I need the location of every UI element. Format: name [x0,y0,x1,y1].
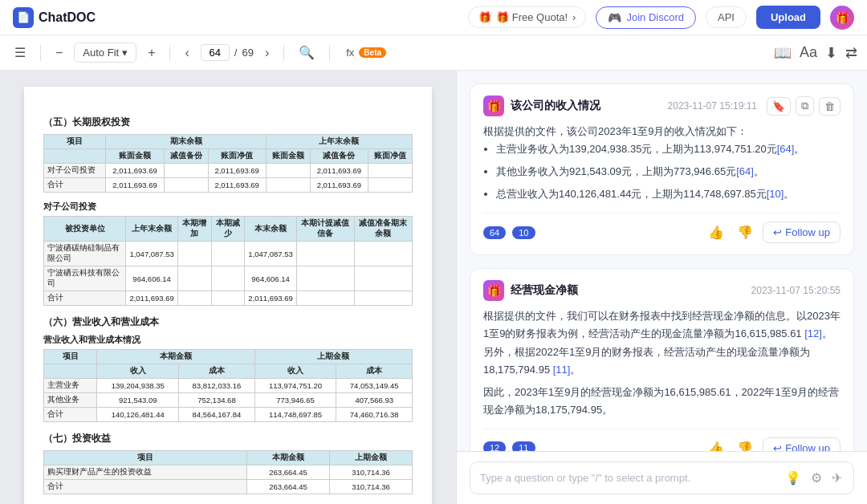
sidebar-toggle-button[interactable]: ☰ [10,42,31,63]
bulb-icon: 💡 [785,470,801,486]
table7: 项目 本期金额 上期金额 购买理财产品产生的投资收益 263,664.45 31… [43,450,413,494]
autofit-button[interactable]: Auto Fit ▾ [74,43,136,63]
search-icon: 🔍 [299,45,315,60]
table-row: 主营业务 139,204,938.35 83,812,033.16 113,97… [44,379,413,393]
download-button[interactable]: ⬇ [825,44,837,62]
chat-input[interactable] [480,472,777,484]
followup-button-1[interactable]: ↩ Follow up [763,222,841,243]
formula-area: fx Beta [346,47,386,59]
page-total: 69 [242,47,253,59]
table-row: 对子公司投资 2,011,693.69 2,011,693.69 2,011,6… [44,164,413,178]
table5a-header-prev: 上年末余额 [266,135,412,149]
list-item: 其他业务收入为921,543.09元，上期为773,946.65元[64]。 [496,163,841,181]
t6-cost: 成本 [179,364,255,379]
t6-income2: 收入 [254,364,336,379]
table5a-subh-blank [44,149,106,164]
page-input[interactable]: 64 [201,44,230,61]
t7-prev: 上期金额 [330,451,413,465]
followup-label-2: Follow up [785,442,830,451]
download-icon: ⬇ [825,44,837,62]
logo-icon: 📄 [13,7,34,28]
fit-minus-button[interactable]: − [51,43,67,63]
input-settings-button[interactable]: ⚙ [809,469,824,487]
share-button[interactable]: ⇄ [845,44,857,62]
list-item: 主营业务收入为139,204,938.35元，上期为113,974,751.20… [496,140,841,158]
sidebar-icon: ☰ [14,45,26,60]
prev-icon: ‹ [185,46,189,60]
ref-badge-12[interactable]: 12 [483,441,506,451]
msg1-bookmark-button[interactable]: 🔖 [767,97,791,116]
col-impair-end: 减值准备期末余额 [354,217,412,242]
msg1-list: 主营业务收入为139,204,938.35元，上期为113,974,751.20… [483,140,841,203]
search-button[interactable]: 🔍 [294,42,320,63]
t6-col-prev: 上期金额 [254,350,412,364]
upload-label: Upload [771,11,806,23]
fit-plus-button[interactable]: + [143,43,160,63]
ref-link-64b[interactable]: [64] [736,165,754,177]
ref-badge-11[interactable]: 11 [512,441,535,451]
table-row: 宁波硒云科技有限公司 964,606.14 964,606.14 [44,266,413,291]
chat-input-area: 💡 ⚙ ✈ [457,451,867,504]
col-impair: 本期计提减值信备 [296,217,354,242]
t7-item: 项目 [44,451,247,465]
section7-title: （七）投资收益 [43,432,413,445]
thumbs-up-button-2[interactable]: 👍 [705,439,727,451]
msg1-delete-button[interactable]: 🗑 [819,97,841,116]
col-end: 本末余额 [245,217,296,242]
ref-link-10[interactable]: [10] [767,188,784,200]
discord-button[interactable]: 🎮 Join Discord [596,6,696,29]
toolbar-separator-3 [283,45,284,61]
free-quota-button[interactable]: 🎁 🎁 Free Quota! › [468,6,586,28]
thumbs-up-icon-2: 👍 [708,441,724,451]
font-icon: Aa [800,44,817,61]
input-send-button[interactable]: ✈ [830,469,844,487]
ref-badge-64[interactable]: 64 [483,226,506,239]
followup-icon: ↩ [773,226,782,238]
t7-current: 本期金额 [247,451,330,465]
thumbs-up-button[interactable]: 👍 [705,223,727,242]
trash-icon: 🗑 [824,100,835,112]
quota-label: 🎁 Free Quota! [496,11,568,23]
prev-page-button[interactable]: ‹ [180,43,193,63]
minus-icon: − [55,46,63,60]
table-row: 合计 263,664.45 310,714.36 [44,480,413,494]
followup-button-2[interactable]: ↩ Follow up [763,437,841,451]
col-unit: 被投资单位 [44,217,126,242]
table5a-subh-net2: 账面净值 [368,149,413,164]
ref-link-12[interactable]: [12] [804,327,822,339]
t6-blank [44,364,97,379]
ref-link-64[interactable]: [64] [777,143,795,155]
msg2-text2: 因此，2023年1至9月的经营现金净额为16,615,985.61，2022年1… [483,384,841,419]
chat-panel: 🎁 该公司的收入情况 2023-11-07 15:19:11 🔖 ⧉ 🗑 [456,71,867,504]
ref-link-11[interactable]: [11] [553,364,571,376]
copy-icon: ⧉ [801,100,808,112]
t6-col-current: 本期金额 [97,350,254,364]
avatar[interactable]: 🎁 [830,6,854,30]
upload-button[interactable]: Upload [756,6,820,29]
plus-icon: + [148,46,155,60]
next-icon: › [265,46,269,60]
thumbs-down-button[interactable]: 👎 [734,223,756,242]
table-row: 其他业务 921,543.09 752,134.68 773,946.65 40… [44,393,413,408]
table5a-header-current: 期末余额 [106,135,266,149]
thumbs-down-button-2[interactable]: 👎 [734,439,756,451]
font-button[interactable]: Aa [800,44,817,61]
pdf-page: （五）长期股权投资 项目 期末余额 上年末余额 账面金额 减值备份 账面净值 账… [24,87,432,504]
book-icon: 📖 [774,44,792,62]
table-row: 购买理财产品产生的投资收益 263,664.45 310,714.36 [44,465,413,480]
msg1-footer: 64 10 👍 👎 ↩ Follow up [483,213,841,243]
t6-col-item: 项目 [44,350,97,364]
settings-icon: ⚙ [811,470,822,486]
table5a-subh-face: 账面金额 [106,149,164,164]
table5a-subh-impair: 减值备份 [164,149,208,164]
table5b: 被投资单位 上年末余额 本期增加 本期减少 本末余额 本期计提减值信备 减值准备… [43,216,413,306]
api-button[interactable]: API [706,6,747,28]
book-view-button[interactable]: 📖 [774,44,792,62]
subsection5b-title: 对子公司投资 [43,201,413,213]
input-bulb-button[interactable]: 💡 [784,469,803,487]
ref-badge-10[interactable]: 10 [512,226,535,239]
msg1-copy-button[interactable]: ⧉ [796,96,814,116]
page-indicator: 64 / 69 [201,44,254,61]
subsection5b: 对子公司投资 被投资单位 上年末余额 本期增加 本期减少 本末余额 本期计提减值… [43,201,413,306]
next-page-button[interactable]: › [260,43,274,63]
